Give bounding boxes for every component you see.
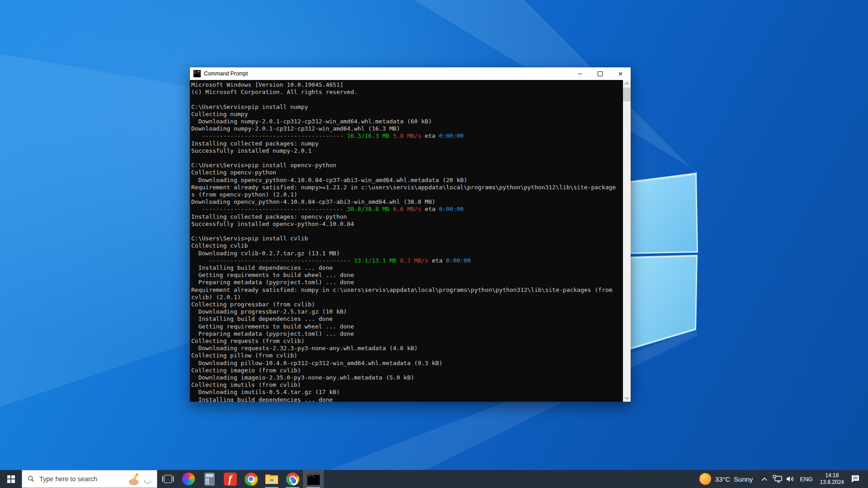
terminal-line: Downloading progressbar-2.5.tar.gz (10 k… bbox=[191, 308, 623, 315]
terminal-line: ----------------------------------------… bbox=[191, 132, 623, 140]
terminal-line: Downloading cvlib-0.2.7.tar.gz (13.1 MB) bbox=[191, 250, 623, 257]
terminal-line: Installing collected packages: opencv-py… bbox=[191, 213, 623, 221]
terminal-line: Downloading opencv_python-4.10.0.84-cp37… bbox=[191, 177, 623, 184]
weather-temp: 33°C bbox=[715, 475, 731, 483]
close-icon: ✕ bbox=[618, 71, 623, 77]
weather-widget[interactable]: 33°C Sunny bbox=[694, 470, 759, 488]
minimize-icon bbox=[578, 74, 582, 74]
terminal-line bbox=[191, 155, 623, 162]
copilot-icon bbox=[182, 473, 195, 485]
terminal-line: Successfully installed numpy-2.0.1 bbox=[191, 147, 623, 155]
taskbar-item-calculator[interactable] bbox=[199, 470, 220, 488]
terminal-line: Downloading opencv_python-4.10.0.84-cp37… bbox=[191, 198, 623, 206]
terminal-line bbox=[191, 228, 623, 235]
language-indicator[interactable]: ENG bbox=[798, 476, 815, 483]
tray-volume-button[interactable] bbox=[785, 470, 797, 488]
taskbar-item-chrome[interactable] bbox=[241, 470, 261, 488]
terminal-line: Installing build dependencies ... done bbox=[191, 264, 623, 272]
terminal-line: Downloading requests-2.32.3-py3-none-any… bbox=[191, 345, 623, 352]
window-titlebar[interactable]: Command Prompt ✕ bbox=[190, 67, 631, 80]
terminal-line: Installing build dependencies ... done bbox=[191, 315, 623, 323]
taskbar-item-file-explorer[interactable] bbox=[261, 470, 282, 488]
file-explorer-icon bbox=[265, 473, 278, 485]
terminal-line: Getting requirements to build wheel ... … bbox=[191, 323, 623, 330]
terminal-line: Requirement already satisfied: numpy>=1.… bbox=[191, 184, 623, 191]
start-button[interactable] bbox=[0, 470, 22, 488]
terminal-line: Installing collected packages: numpy bbox=[191, 140, 623, 147]
chrome-shortcut-icon bbox=[286, 473, 299, 486]
tray-chevron-button[interactable] bbox=[759, 470, 771, 488]
terminal-line: Collecting cvlib bbox=[191, 242, 623, 249]
chrome-icon bbox=[245, 473, 258, 486]
search-icon bbox=[28, 475, 35, 483]
terminal-line: Collecting numpy bbox=[191, 111, 623, 118]
terminal-line: Preparing metadata (pyproject.toml) ... … bbox=[191, 330, 623, 338]
taskbar-clock[interactable]: 14:18 13.8.2024 bbox=[816, 472, 848, 486]
terminal-line bbox=[191, 96, 623, 103]
chrome-shortcut-badge-icon bbox=[291, 478, 297, 485]
maximize-icon bbox=[598, 71, 603, 76]
terminal-line: C:\Users\Servis>pip install cvlib bbox=[191, 235, 623, 242]
terminal-line: Getting requirements to build wheel ... … bbox=[191, 272, 623, 279]
tray-network-button[interactable] bbox=[772, 470, 784, 488]
terminal-line: Downloading numpy-2.0.1-cp312-cp312-win_… bbox=[191, 125, 623, 132]
terminal-line: ----------------------------------------… bbox=[191, 257, 623, 264]
terminal-line: Requirement already satisfied: numpy in … bbox=[191, 286, 623, 294]
terminal-line: Collecting progressbar (from cvlib) bbox=[191, 301, 623, 308]
terminal-line: s (from opencv-python) (2.0.1) bbox=[191, 191, 623, 198]
terminal-line: Collecting imutils (from cvlib) bbox=[191, 381, 623, 389]
weather-condition: Sunny bbox=[734, 475, 753, 483]
terminal-line: Successfully installed opencv-python-4.1… bbox=[191, 221, 623, 228]
terminal-output: Microsoft Windows [Version 10.0.19045.46… bbox=[191, 81, 623, 402]
close-button[interactable]: ✕ bbox=[610, 67, 631, 80]
taskbar-item-command-prompt[interactable] bbox=[303, 470, 324, 488]
calculator-icon bbox=[204, 473, 215, 486]
clock-date: 13.8.2024 bbox=[820, 479, 844, 486]
terminal-line: Installing build dependencies ... done bbox=[191, 396, 623, 402]
f-red-app-icon: f bbox=[224, 473, 237, 486]
speaker-icon bbox=[786, 475, 795, 483]
scroll-up-icon[interactable] bbox=[623, 80, 631, 88]
action-center-button[interactable] bbox=[849, 470, 861, 488]
maximize-button[interactable] bbox=[590, 67, 610, 80]
terminal-line: Downloading pillow-10.4.0-cp312-cp312-wi… bbox=[191, 360, 623, 367]
terminal-line: Collecting pillow (from cvlib) bbox=[191, 352, 623, 359]
search-input[interactable] bbox=[39, 475, 157, 483]
windows-logo-icon bbox=[7, 475, 15, 483]
cmd-window-icon bbox=[193, 70, 201, 77]
terminal-line: Preparing metadata (pyproject.toml) ... … bbox=[191, 279, 623, 286]
taskbar-item-f-app[interactable]: f bbox=[220, 470, 241, 488]
task-view-icon bbox=[162, 475, 174, 483]
clock-time: 14:18 bbox=[825, 472, 839, 479]
desktop: Command Prompt ✕ Microsoft Windows [Vers… bbox=[0, 0, 868, 488]
terminal-line: ----------------------------------------… bbox=[191, 206, 623, 213]
terminal-line: Downloading imutils-0.5.4.tar.gz (17 kB) bbox=[191, 389, 623, 396]
chevron-up-icon bbox=[761, 477, 768, 481]
taskbar-search[interactable] bbox=[22, 470, 157, 488]
terminal-area[interactable]: Microsoft Windows [Version 10.0.19045.46… bbox=[190, 80, 631, 402]
terminal-line: C:\Users\Servis>pip install opencv-pytho… bbox=[191, 162, 623, 169]
terminal-line: Collecting requests (from cvlib) bbox=[191, 338, 623, 345]
terminal-line: Collecting imageio (from cvlib) bbox=[191, 367, 623, 374]
notification-icon bbox=[851, 475, 860, 483]
terminal-line: C:\Users\Servis>pip install numpy bbox=[191, 103, 623, 111]
terminal-line: Downloading numpy-2.0.1-cp312-cp312-win_… bbox=[191, 118, 623, 125]
network-icon bbox=[773, 475, 783, 483]
scroll-down-icon[interactable] bbox=[623, 394, 631, 402]
terminal-line: Collecting opencv-python bbox=[191, 169, 623, 176]
taskbar-item-copilot[interactable] bbox=[178, 470, 199, 488]
terminal-line: (c) Microsoft Corporation. All rights re… bbox=[191, 89, 623, 96]
taskbar-spacer bbox=[324, 470, 694, 488]
minimize-button[interactable] bbox=[570, 67, 590, 80]
command-prompt-window: Command Prompt ✕ Microsoft Windows [Vers… bbox=[189, 67, 631, 402]
scrollbar-thumb[interactable] bbox=[623, 88, 631, 101]
task-view-button[interactable] bbox=[157, 470, 178, 488]
terminal-line: Microsoft Windows [Version 10.0.19045.46… bbox=[191, 81, 623, 89]
terminal-line: Downloading imageio-2.35.0-py3-none-any.… bbox=[191, 374, 623, 381]
command-prompt-icon bbox=[307, 473, 320, 485]
window-title: Command Prompt bbox=[204, 70, 248, 77]
sun-icon bbox=[699, 473, 711, 485]
taskbar-item-chrome-shortcut[interactable] bbox=[282, 470, 303, 488]
vertical-scrollbar[interactable] bbox=[623, 80, 631, 402]
terminal-line: cvlib) (2.0.1) bbox=[191, 294, 623, 301]
